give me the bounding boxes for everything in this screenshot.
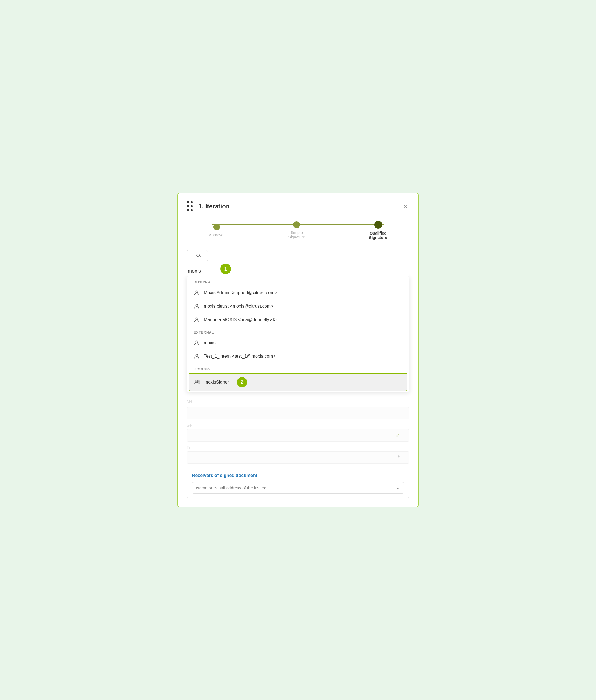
svg-point-6 xyxy=(198,380,199,382)
dropdown-item-label: Moxis Admin <support@xitrust.com> xyxy=(204,290,277,295)
step-approval[interactable]: Approval xyxy=(209,224,224,237)
svg-point-1 xyxy=(196,304,198,306)
dropdown-item-moxis-xitrust[interactable]: moxis xitrust <moxis@xitrust.com> xyxy=(187,300,409,313)
dropdown-item-label: moxisSigner xyxy=(204,380,229,385)
group-icon xyxy=(194,379,200,385)
dropdown-item-label: Manuela MOXIS <tina@donnelly.at> xyxy=(204,317,277,322)
receivers-input[interactable] xyxy=(196,486,396,490)
to-button[interactable]: TO: xyxy=(187,250,208,261)
person-icon xyxy=(194,303,200,309)
chevron-down-icon[interactable]: ⌄ xyxy=(396,485,400,491)
search-section: 1 xyxy=(187,266,409,276)
svg-point-0 xyxy=(196,291,198,293)
dropdown: INTERNAL Moxis Admin <support@xitrust.co… xyxy=(187,276,409,392)
progress-section: Approval SimpleSignature QualifiedSignat… xyxy=(187,221,409,240)
checkmark-icon: ✓ xyxy=(396,432,400,439)
header-left: 1. Iteration xyxy=(187,201,230,212)
svg-point-5 xyxy=(196,380,197,382)
step-dot-simple xyxy=(293,221,300,228)
dropdown-item-label: Test_1_intern <test_1@moxis.com> xyxy=(204,354,275,359)
modal: 1. Iteration × Approval SimpleSignature … xyxy=(177,193,419,507)
bg-field-2 xyxy=(187,429,409,442)
step-badge-2: 2 xyxy=(237,377,247,387)
dropdown-section-groups: GROUPS xyxy=(187,363,409,373)
to-section: TO: xyxy=(187,250,409,261)
ti-label: Ti xyxy=(187,445,190,450)
step-dot-approval xyxy=(213,224,220,230)
step-simple-signature[interactable]: SimpleSignature xyxy=(288,221,305,239)
modal-title: 1. Iteration xyxy=(198,203,230,210)
dropdown-item-manuela[interactable]: Manuela MOXIS <tina@donnelly.at> xyxy=(187,313,409,327)
person-icon xyxy=(194,340,200,346)
modal-header: 1. Iteration × xyxy=(187,201,409,212)
person-icon xyxy=(194,353,200,359)
se-label: Se xyxy=(187,423,192,427)
receivers-input-row: ⌄ xyxy=(192,482,404,494)
step-dot-qualified xyxy=(374,221,382,229)
svg-point-2 xyxy=(196,318,198,320)
me-label: Me xyxy=(187,399,193,404)
dropdown-item-moxis-admin[interactable]: Moxis Admin <support@xitrust.com> xyxy=(187,286,409,300)
dropdown-item-moxissigner[interactable]: moxisSigner 2 xyxy=(189,373,407,391)
step-badge-1: 1 xyxy=(220,263,231,274)
step-label-approval: Approval xyxy=(209,233,224,237)
svg-point-3 xyxy=(196,341,198,343)
dropdown-item-test1[interactable]: Test_1_intern <test_1@moxis.com> xyxy=(187,349,409,363)
step-qualified-signature[interactable]: QualifiedSignature xyxy=(369,221,387,240)
search-input[interactable] xyxy=(187,266,409,276)
svg-point-4 xyxy=(196,354,198,356)
close-button[interactable]: × xyxy=(401,202,409,211)
bg-field-3 xyxy=(187,451,409,464)
number-5: 5 xyxy=(398,454,400,459)
bg-field-1 xyxy=(187,407,409,419)
drag-handle[interactable] xyxy=(187,201,193,212)
dropdown-item-label: moxis xitrust <moxis@xitrust.com> xyxy=(204,304,273,309)
dropdown-section-external: EXTERNAL xyxy=(187,327,409,336)
step-label-simple: SimpleSignature xyxy=(288,230,305,239)
receivers-title: Receivers of signed document xyxy=(192,473,404,478)
dropdown-item-label: moxis xyxy=(204,340,216,345)
progress-track: Approval SimpleSignature QualifiedSignat… xyxy=(209,221,387,240)
receivers-section: Receivers of signed document ⌄ xyxy=(187,469,409,498)
dropdown-section-internal: INTERNAL xyxy=(187,277,409,286)
person-icon xyxy=(194,317,200,323)
person-icon xyxy=(194,290,200,296)
step-label-qualified: QualifiedSignature xyxy=(369,231,387,240)
dropdown-item-moxis-ext[interactable]: moxis xyxy=(187,336,409,349)
